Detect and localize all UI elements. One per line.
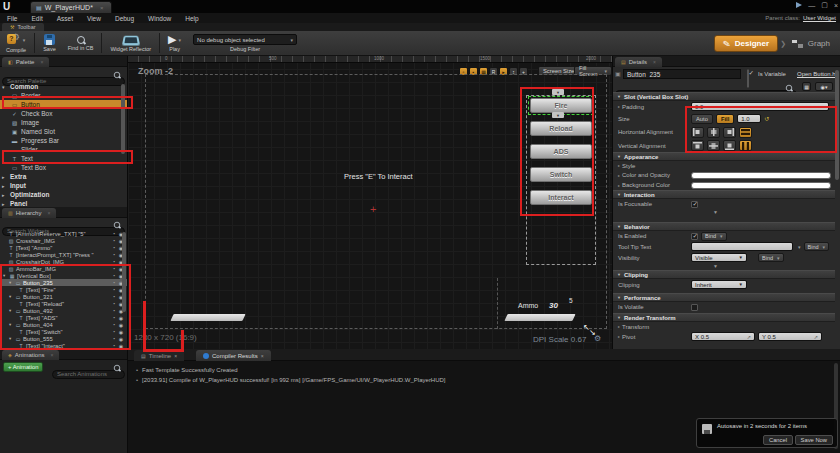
tree-row[interactable]: T[Text] "Interact"▪◉ (0, 342, 127, 349)
tree-row[interactable]: T[AmmoInReserve_TXT] "5"▪◉ (0, 230, 127, 237)
parent-class-link[interactable]: User Widget (803, 15, 836, 21)
color-opacity-swatch[interactable] (691, 172, 831, 179)
menu-help[interactable]: Help (178, 13, 205, 23)
widget-reflector-button[interactable]: Widget Reflector (104, 31, 157, 56)
autosave-cancel-button[interactable]: Cancel (763, 435, 793, 445)
section-render-transform[interactable]: ▼Render Transform (613, 313, 835, 322)
v-align-center-button[interactable] (707, 140, 720, 151)
tree-row[interactable]: T[Text] "Ammo"▪◉ (0, 244, 127, 251)
palette-item-slider[interactable]: —Slider (0, 145, 127, 154)
animations-tab[interactable]: ◈ Animations× (2, 350, 59, 360)
tree-row-button-235[interactable]: ▾▭Button_235▪◉ (0, 279, 127, 286)
palette-category-optimization[interactable]: ▸Optimization (0, 190, 127, 199)
tab-close-icon[interactable]: × (100, 5, 104, 11)
pivot-y-field[interactable]: Y 0.5↗ (758, 332, 822, 341)
palette-item-progress-bar[interactable]: ▬Progress Bar (0, 136, 127, 145)
menu-edit[interactable]: Edit (24, 13, 49, 23)
palette-scrollbar[interactable] (121, 84, 125, 154)
reset-to-default-icon[interactable]: ↺ (764, 115, 769, 122)
tree-row-vertical-box[interactable]: ▾▦[Vertical Box]▪◉ (0, 272, 127, 279)
timeline-tab[interactable]: ▤ Timeline× (134, 350, 184, 361)
open-button-header-link[interactable]: Open Button.h (797, 71, 836, 77)
palette-item-button[interactable]: ▭Button (0, 100, 127, 109)
drag-handle-icon[interactable]: ▼ (552, 112, 564, 118)
menu-file[interactable]: File (0, 13, 24, 23)
save-button[interactable]: Save (37, 31, 62, 56)
designer-canvas[interactable]: 0 500 1000 1500 2000 Zoom -2 ▫ ▪ ▦ R ▸ ↕… (128, 56, 612, 349)
play-dropdown-caret[interactable]: ▾ (179, 37, 182, 43)
hud-button-ads[interactable]: ADS (530, 144, 592, 159)
hud-button-fire[interactable]: Fire (530, 98, 592, 113)
interact-prompt-text[interactable]: Press "E" To Interact (344, 172, 413, 181)
menu-asset[interactable]: Asset (50, 13, 80, 23)
widget-name-input[interactable] (623, 69, 741, 79)
tree-row[interactable]: ▨AmmoBar_IMG▪◉ (0, 265, 127, 272)
palette-item-border[interactable]: ▢Border (0, 91, 127, 100)
clipping-dropdown[interactable]: Inherit▼ (691, 280, 747, 289)
minimize-button[interactable]: — (808, 2, 815, 9)
size-fill-button[interactable]: Fill (716, 114, 734, 124)
menu-debug[interactable]: Debug (108, 13, 141, 23)
tree-row-button-321[interactable]: ▾▭Button_321▪◉ (0, 293, 127, 300)
menu-window[interactable]: Window (141, 13, 178, 23)
hud-button-switch[interactable]: Switch (530, 167, 592, 182)
play-button[interactable]: ▶▾ Play (162, 31, 187, 56)
ammo-bar[interactable] (504, 314, 575, 321)
h-align-center-button[interactable] (707, 127, 720, 138)
palette-item-named-slot[interactable]: ▣Named Slot (0, 127, 127, 136)
feedback-icon[interactable] (796, 2, 802, 8)
is-focusable-checkbox[interactable] (691, 201, 698, 208)
visibility-filter-icon[interactable]: ◉▾ (815, 82, 833, 91)
v-align-top-button[interactable] (691, 140, 704, 151)
compile-button[interactable]: ⚙?▾ Compile (0, 31, 32, 56)
tree-row[interactable]: T[Text] "Reload"▪◉ (0, 300, 127, 307)
tree-row-button-555[interactable]: ▾▭Button_555▪◉ (0, 335, 127, 342)
padding-field[interactable]: 0.0 (691, 102, 829, 111)
visibility-bind-button[interactable]: Bind▾ (758, 253, 784, 262)
maximize-button[interactable]: ▢ (821, 1, 828, 9)
visibility-dropdown[interactable]: Visible▼ (691, 253, 747, 262)
tree-row-button-492[interactable]: ▾▭Button_492▪◉ (0, 307, 127, 314)
tool-tip-text-field[interactable] (691, 242, 793, 251)
size-auto-button[interactable]: Auto (691, 114, 713, 124)
menu-view[interactable]: View (80, 13, 108, 23)
compile-dropdown-caret[interactable]: ▾ (23, 37, 26, 43)
hierarchy-tab[interactable]: ▥ Hierarchy× (2, 208, 56, 218)
palette-category-common[interactable]: ▾Common (0, 82, 127, 91)
h-align-right-button[interactable] (723, 127, 736, 138)
details-tab[interactable]: ▤ Details× (615, 57, 662, 67)
palette-category-extra[interactable]: ▸Extra (0, 172, 127, 181)
autosave-save-now-button[interactable]: Save Now (795, 435, 833, 445)
v-align-fill-button[interactable] (739, 140, 752, 151)
hud-button-reload[interactable]: Reload (530, 121, 592, 136)
pivot-x-field[interactable]: X 0.5↗ (691, 332, 755, 341)
drag-handle-icon[interactable]: ▼ (552, 89, 564, 95)
hierarchy-scrollbar[interactable] (122, 232, 126, 312)
palette-tab[interactable]: ◧ Palette× (2, 57, 49, 67)
tree-row[interactable]: ▨Crosshair_IMG▪◉ (0, 237, 127, 244)
h-align-left-button[interactable] (691, 127, 704, 138)
section-clipping[interactable]: ▼Clipping (613, 270, 835, 279)
section-slot[interactable]: ▼Slot (Vertical Box Slot) (613, 92, 835, 101)
tree-row[interactable]: T[Text] "Fire"▪◉ (0, 286, 127, 293)
ammo-label-text[interactable]: Ammo (518, 302, 538, 309)
ammo-count-text[interactable]: 30 (549, 301, 558, 310)
document-tab[interactable]: ▤ W_PlayerHUD* × (30, 1, 112, 13)
palette-item-image[interactable]: ▨Image (0, 118, 127, 127)
details-scrollbar[interactable] (835, 70, 839, 180)
section-behavior[interactable]: ▼Behavior (613, 222, 835, 231)
tree-row[interactable]: T[InteractPrompt_TXT] "Press "▪◉ (0, 251, 127, 258)
section-appearance[interactable]: ▼Appearance (613, 152, 835, 161)
is-volatile-checkbox[interactable] (691, 304, 698, 311)
tree-row[interactable]: ▨CrosshairDot_IMG▪◉ (0, 258, 127, 265)
background-color-swatch[interactable] (691, 182, 831, 189)
expand-advanced-icon[interactable]: ▼ (713, 209, 718, 215)
chevron-down-icon[interactable]: ▾ (798, 244, 801, 250)
is-enabled-checkbox[interactable] (691, 233, 698, 240)
is-enabled-bind-button[interactable]: Bind▾ (701, 232, 727, 241)
graph-mode-button[interactable]: Graph (786, 36, 836, 51)
health-bar[interactable] (170, 314, 245, 321)
property-matrix-icon[interactable]: ▦ (802, 82, 811, 91)
close-button[interactable]: × (834, 2, 838, 9)
ammo-reserve-text[interactable]: 5 (569, 297, 573, 304)
